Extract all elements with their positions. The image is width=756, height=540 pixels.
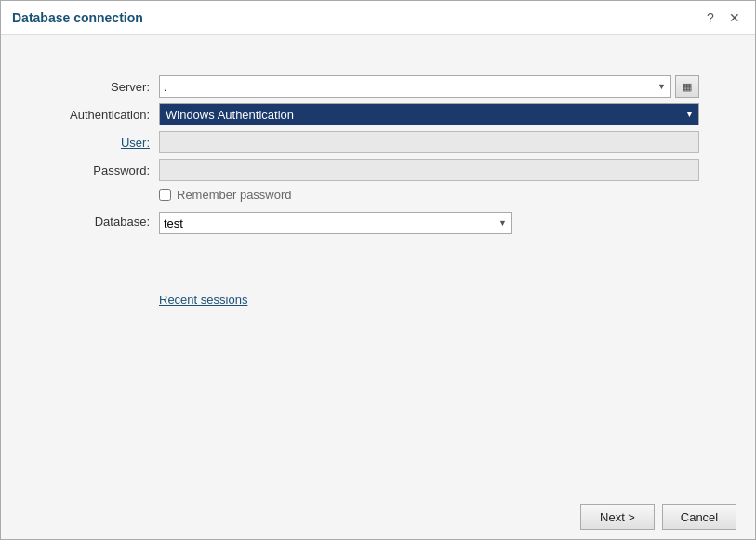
dialog-content: Server: . ▦ Authentication: Windows Auth… bbox=[1, 35, 755, 494]
database-select[interactable]: test bbox=[159, 212, 512, 234]
database-label: Database: bbox=[57, 209, 159, 234]
authentication-field: Windows Authentication SQL Server Authen… bbox=[159, 100, 699, 128]
dialog-footer: Next > Cancel bbox=[1, 494, 755, 539]
recent-sessions-link[interactable]: Recent sessions bbox=[159, 293, 247, 307]
authentication-label: Authentication: bbox=[57, 102, 159, 127]
user-label[interactable]: User: bbox=[57, 130, 159, 155]
help-button[interactable]: ? bbox=[701, 8, 720, 27]
database-select-wrapper: test bbox=[159, 212, 512, 234]
server-select-wrapper: . bbox=[159, 75, 671, 98]
remember-password-checkbox[interactable] bbox=[159, 189, 171, 201]
database-field: test bbox=[159, 209, 699, 237]
password-label: Password: bbox=[57, 158, 159, 183]
authentication-select[interactable]: Windows Authentication SQL Server Authen… bbox=[159, 103, 699, 125]
remember-password-row: Remember password bbox=[159, 184, 699, 205]
form-grid: Server: . ▦ Authentication: Windows Auth… bbox=[57, 72, 699, 237]
close-button[interactable]: ✕ bbox=[725, 8, 744, 27]
user-field bbox=[159, 128, 699, 156]
auth-select-wrapper: Windows Authentication SQL Server Authen… bbox=[159, 103, 699, 125]
server-field: . ▦ bbox=[159, 72, 699, 100]
next-button[interactable]: Next > bbox=[580, 504, 655, 530]
password-input[interactable] bbox=[159, 159, 699, 181]
user-input[interactable] bbox=[159, 131, 699, 153]
cancel-button[interactable]: Cancel bbox=[662, 504, 736, 530]
remember-password-label[interactable]: Remember password bbox=[177, 188, 292, 202]
dialog-title: Database connection bbox=[12, 10, 143, 25]
server-label: Server: bbox=[57, 74, 159, 99]
server-select[interactable]: . bbox=[159, 75, 671, 98]
title-bar: Database connection ? ✕ bbox=[1, 1, 755, 35]
title-bar-controls: ? ✕ bbox=[701, 8, 744, 27]
password-field bbox=[159, 156, 699, 184]
server-browse-button[interactable]: ▦ bbox=[675, 75, 699, 98]
database-connection-dialog: Database connection ? ✕ Server: . ▦ Auth… bbox=[0, 0, 756, 540]
